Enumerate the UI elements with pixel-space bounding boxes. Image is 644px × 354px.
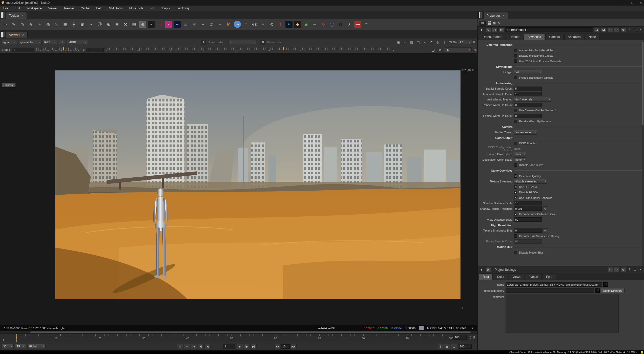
prev-fstop-icon[interactable]: ◀ (2, 49, 3, 51)
id-type-dropdown[interactable]: full▾ (514, 70, 542, 74)
properties-tab-close-icon[interactable]: ✕ (503, 14, 505, 17)
current-frame-input[interactable]: 1 (223, 344, 235, 349)
float-panel-icon[interactable]: ⊞ (632, 268, 637, 272)
channel-icon[interactable]: ≋ (27, 21, 34, 28)
tab-variables[interactable]: Variables (564, 34, 584, 40)
timeline-frame-1[interactable]: 1 (16, 337, 17, 340)
loop-icon[interactable]: ↻ (184, 344, 190, 349)
vc-icon[interactable]: VC (217, 21, 224, 28)
knife-icon[interactable]: ▮ (277, 21, 284, 28)
disable-motion-blur-checkbox[interactable] (514, 251, 517, 254)
toolsets-icon[interactable]: ⚒ (122, 21, 129, 28)
red-badge-icon[interactable]: ✦ (156, 21, 163, 28)
script-name-input[interactable]: Z:/Unreal_Engine_project_all/MOTZIFY/NUK… (506, 282, 602, 287)
pane-grip-icon[interactable] (1, 32, 5, 38)
close-panel-icon[interactable]: × (638, 268, 643, 272)
temporal-sample-count-input[interactable]: 16 (514, 92, 542, 96)
menu-edit[interactable]: Edit (11, 7, 23, 10)
pause-viewer-icon[interactable]: ∥ (437, 344, 443, 349)
disable-hlods-checkbox[interactable]: × (514, 191, 517, 194)
selection-rect-icon[interactable]: ▢ (430, 47, 436, 52)
close-all-panels-icon[interactable]: ⊠ (493, 21, 496, 25)
disable-multisample-effects-checkbox[interactable] (514, 54, 517, 57)
menu-cache[interactable]: Cache (77, 7, 93, 10)
texture-sharpness-bias-input[interactable]: 0 (514, 228, 542, 233)
fullframe-icon[interactable]: ◫ (451, 344, 457, 349)
play-bounce-icon[interactable]: ⇄ (177, 344, 183, 349)
curve-icon[interactable]: ∿ (543, 206, 548, 211)
project-directory-input[interactable] (506, 288, 594, 293)
curve-editor-icon[interactable]: ◪ (594, 27, 600, 32)
viewer-tab[interactable]: Viewer1 ✕ (6, 32, 28, 38)
help-icon[interactable]: ? (627, 28, 631, 32)
brain-icon[interactable]: Ω (337, 21, 344, 28)
frame-increment-input[interactable]: 10 (281, 344, 290, 349)
anti-aliasing-method-dropdown[interactable]: don't override▾ (514, 97, 551, 102)
timeline-chevrons-icon[interactable]: ≫ (472, 336, 476, 339)
zoom-level[interactable]: 83.3% (449, 41, 456, 44)
timeline-frame-80[interactable]: 80 (362, 337, 365, 340)
tab-camera[interactable]: Camera (545, 34, 564, 40)
ab-mix-dropdown[interactable]: -▾ (228, 40, 256, 45)
override-view-distance-scale-checkbox[interactable]: × (514, 213, 517, 216)
redo-icon[interactable]: ↷ (614, 267, 619, 272)
menu-mm_tools[interactable]: MM_Tools (106, 7, 126, 10)
revert-icon[interactable]: ↺ (620, 27, 626, 32)
ps-tab-font[interactable]: Font (542, 274, 556, 280)
file-browse-icon[interactable] (603, 282, 608, 287)
range-spinner[interactable]: ▴▾ (470, 335, 471, 339)
transform-icon[interactable]: ╋ (70, 21, 77, 28)
toolbar-tab-close-icon[interactable]: ✕ (21, 14, 23, 17)
small-frame-icon[interactable]: ▫ (402, 40, 408, 45)
wrench-icon[interactable]: ⚒ (485, 267, 491, 272)
compare-frames-icon[interactable]: ◫ (415, 40, 421, 45)
purple-ring-icon[interactable]: ◯ (328, 21, 336, 28)
viewer-tab-close-icon[interactable]: ✕ (22, 33, 24, 37)
revert-icon[interactable]: ↺ (620, 267, 626, 272)
script-directory-button[interactable]: Script Directory (601, 288, 625, 293)
close-button[interactable]: ✕ (640, 1, 642, 5)
goto-start-button[interactable]: |◀ (191, 344, 197, 349)
green-cube-icon[interactable]: ◆ (303, 21, 310, 28)
shutter-timing-dropdown[interactable]: frame center▾ (514, 130, 537, 135)
minimize-button[interactable]: ─ (623, 1, 625, 4)
gamma-slider[interactable]: 00.050.10.20.30.51235 (106, 47, 394, 52)
file-browse-icon[interactable] (595, 288, 600, 293)
image-read-icon[interactable]: ⇒ (2, 21, 9, 28)
texture-streaming-dropdown[interactable]: disable streaming▾ (514, 179, 547, 184)
revision-icon[interactable]: RE (174, 21, 181, 28)
cinematic-quality-checkbox[interactable]: × (514, 174, 517, 178)
frame-display-icon[interactable]: ▣ (395, 40, 401, 45)
menu-viewer[interactable]: Viewer (45, 7, 61, 10)
refresh-icon[interactable]: ↺ (428, 40, 434, 45)
sapphire-icon[interactable]: Si (148, 21, 155, 28)
pixel-aspect-dropdown[interactable]: 1:1▾ (458, 40, 472, 45)
next-increment-button[interactable]: |▶ (244, 344, 250, 349)
pane-grip-icon[interactable] (479, 12, 482, 18)
particles-icon[interactable]: ∗ (88, 21, 95, 28)
comment-textarea[interactable] (506, 295, 619, 332)
max-panels-input[interactable]: 10 (479, 21, 486, 26)
dotted-circle-icon[interactable]: ◌ (242, 21, 250, 28)
menu-workspace[interactable]: Workspace (23, 7, 45, 10)
a-input-value[interactable]: Unrea...ader: (208, 41, 224, 44)
goto-end-button[interactable]: ▶| (251, 344, 257, 349)
kk-circle-icon[interactable]: ⋘ (251, 21, 258, 28)
render-warm-up-count-input[interactable]: 0 (514, 103, 542, 107)
menu-moretools[interactable]: MoreTools (126, 7, 147, 10)
prev-increment-button[interactable]: ◀| (198, 344, 204, 349)
keyer-icon[interactable]: ◺ (53, 21, 60, 28)
particle-swirl-icon[interactable]: ⚛ (191, 21, 198, 28)
gain-slider[interactable]: 0.0050.030.050.10.20.30.5123510203050 (36, 47, 80, 52)
expand-icon[interactable]: ▼ (479, 268, 484, 272)
timeline[interactable]: 1102030405060708090100 1 100 ▴▾ ≫ (0, 334, 477, 342)
undo-icon[interactable]: ↶ (607, 267, 613, 272)
use-high-quality-shadows-checkbox[interactable]: × (514, 196, 517, 199)
ps-tab-color[interactable]: Color (493, 274, 508, 280)
viewer-canvas[interactable]: 1920,1080 1 Snipaste (0, 54, 477, 325)
close-panel-icon[interactable]: × (638, 28, 643, 32)
ps-tab-python[interactable]: Python (525, 274, 542, 280)
override-sub-surface-scattering-checkbox[interactable] (514, 234, 517, 238)
menu-help[interactable]: Help (93, 7, 106, 10)
include-translucent-objects-checkbox[interactable] (514, 76, 517, 79)
